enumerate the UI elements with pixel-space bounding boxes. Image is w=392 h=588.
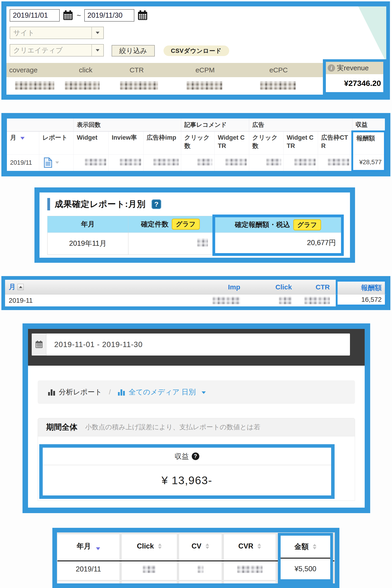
col-cvr-label: CVR xyxy=(238,542,253,550)
col-confirmed-amount-label: 確定報酬額・税込 xyxy=(235,220,290,230)
col-widget-ctr-label: Widget CTR xyxy=(218,134,245,149)
sort-asc-icon[interactable] xyxy=(18,284,24,290)
site-select[interactable]: サイト xyxy=(10,27,104,39)
sort-icons[interactable] xyxy=(158,544,162,549)
sort-icons[interactable] xyxy=(206,544,209,549)
calendar-icon[interactable] xyxy=(62,10,74,21)
cell-yearmonth: 2019年11月 xyxy=(48,232,128,254)
cell-widget xyxy=(74,154,108,171)
col-amount-header[interactable]: 金額 xyxy=(280,536,330,558)
col-click-label: Click xyxy=(137,542,154,550)
cell-yearmonth: 2019/11 xyxy=(58,558,120,580)
widget-report-table-wrap: 表示回数 記事レコメンド 広告 収益 月 レポート Widget Inview率… xyxy=(7,118,385,171)
title-accent-bar xyxy=(47,198,50,210)
help-icon[interactable] xyxy=(192,452,199,460)
date-range-value: 2019-11-01 - 2019-11-30 xyxy=(46,334,142,356)
col-widget-label: Widget xyxy=(77,134,98,141)
redacted-value xyxy=(120,158,141,166)
col-imp[interactable]: Imp xyxy=(193,280,246,294)
redacted-value xyxy=(279,297,292,304)
help-icon[interactable] xyxy=(152,199,161,209)
col-ctr[interactable]: CTR xyxy=(298,280,336,294)
cv-report-table: 年月 2019/11 Click CV xyxy=(57,532,335,584)
next-row-peek xyxy=(58,581,120,584)
toolbar-dark: 2019-11-01 - 2019-11-30 xyxy=(28,329,365,366)
date-range-row: 2019/11/01 ~ 2019/11/30 xyxy=(10,9,148,22)
col-clicks-recommend: クリック数 xyxy=(181,132,214,154)
cell-ctr xyxy=(298,294,336,306)
col-month-sortable[interactable]: 月 xyxy=(5,280,193,294)
analysis-report-body: 2019-11-01 - 2019-11-30 分析レポート / 全てのメディア… xyxy=(28,329,365,508)
revenue-card: 実revenue ¥27346.20 xyxy=(326,62,383,92)
breadcrumb-separator: / xyxy=(109,388,111,396)
dropdown-arrow-icon[interactable] xyxy=(92,27,103,38)
report-document-icon[interactable] xyxy=(44,157,52,168)
period-total-header: 期間全体 小数点の積み上げ誤差により、支払レポートの数値とは若 xyxy=(38,418,355,436)
breadcrumb-all-media-daily[interactable]: 全てのメディア 日別 xyxy=(128,387,196,397)
creative-select[interactable]: クリエイティブ xyxy=(10,44,104,56)
revenue-highlight-box: 実revenue ¥27346.20 xyxy=(323,59,386,95)
col-cvr-header[interactable]: CVR xyxy=(224,534,276,558)
calendar-icon[interactable] xyxy=(137,10,148,21)
breadcrumb-analysis-report[interactable]: 分析レポート xyxy=(59,387,102,397)
redacted-value xyxy=(260,81,296,90)
metrics-header-row: coverage click CTR eCPM eCPC xyxy=(6,63,323,77)
redacted-value xyxy=(143,566,156,573)
col-cv-label: CV xyxy=(192,542,202,550)
graph-button[interactable]: グラフ xyxy=(293,219,321,230)
sort-icons[interactable] xyxy=(313,544,316,550)
sort-icons[interactable] xyxy=(258,544,261,549)
creative-select-placeholder: クリエイティブ xyxy=(10,44,92,56)
col-yearmonth-header[interactable]: 年月 xyxy=(58,534,120,558)
col-month-sortable[interactable]: 月 xyxy=(7,132,39,154)
date-range-separator: ~ xyxy=(77,11,81,20)
breadcrumb: 分析レポート / 全てのメディア 日別 xyxy=(38,380,355,404)
col-month-label: 月 xyxy=(10,134,16,141)
cell-cvr xyxy=(224,558,276,580)
col-cv-header[interactable]: CV xyxy=(179,534,222,558)
redacted-value xyxy=(187,81,222,90)
col-inview-rate: Inview率 xyxy=(108,132,143,154)
revenue-metric-highlight-box: 収益 ¥ 13,963- xyxy=(39,444,334,499)
date-range-picker[interactable]: 2019-11-01 - 2019-11-30 xyxy=(32,334,350,356)
info-icon[interactable] xyxy=(328,64,335,72)
column-amount-highlighted: 金額 ¥5,500 xyxy=(278,533,333,584)
date-to-input[interactable]: 2019/11/30 xyxy=(84,9,134,22)
cell-inview-rate xyxy=(108,154,143,171)
col-ecpc: eCPC xyxy=(269,63,288,77)
confirmed-report-body: 成果確定レポート:月別 年月 確定件数 グラフ 確定報酬額・税込 xyxy=(40,192,350,258)
chevron-down-icon[interactable] xyxy=(202,392,206,394)
cell-month: 2019-11 xyxy=(5,294,193,306)
col-adframe-imp-label: 広告枠imp xyxy=(147,134,176,141)
redacted-value xyxy=(226,158,247,166)
redacted-value xyxy=(65,81,100,90)
chevron-down-icon[interactable] xyxy=(55,162,59,164)
cell-reward: 16,572 xyxy=(336,294,387,306)
redacted-value xyxy=(237,566,262,573)
bar-chart-icon xyxy=(118,388,126,396)
cell-reward: ¥28,577 xyxy=(352,154,385,171)
bar-chart-icon xyxy=(48,388,56,396)
sort-desc-icon xyxy=(96,547,100,550)
col-click-header[interactable]: Click xyxy=(122,534,177,558)
dropdown-arrow-icon[interactable] xyxy=(92,44,103,56)
period-total-section: 期間全体 小数点の積み上げ誤差により、支払レポートの数値とは若 収益 ¥ 13,… xyxy=(38,418,355,501)
col-yearmonth-label: 年月 xyxy=(77,541,91,551)
revenue-value: ¥27346.20 xyxy=(326,74,383,92)
csv-download-button[interactable]: CSVダウンロード xyxy=(164,46,229,56)
next-row-peek xyxy=(122,581,177,584)
col-widget-ctr-ads: Widget CTR xyxy=(284,132,318,154)
cell-cv xyxy=(179,558,222,580)
section-title: 期間全体 xyxy=(46,422,78,432)
col-reward-highlighted[interactable]: 報酬額 xyxy=(336,280,387,294)
filter-button[interactable]: 絞り込み xyxy=(112,45,155,56)
graph-button[interactable]: グラフ xyxy=(172,219,200,230)
panel-ad-network-report: 2019/11/01 ~ 2019/11/30 xyxy=(2,2,390,100)
redacted-value xyxy=(198,158,212,166)
metrics-value-row xyxy=(6,77,323,95)
calendar-icon[interactable] xyxy=(32,334,46,356)
date-from-input[interactable]: 2019/11/01 xyxy=(10,9,60,22)
col-click[interactable]: Click xyxy=(246,280,298,294)
group-impressions: 表示回数 xyxy=(74,118,181,132)
panel-ad-network-body: 2019/11/01 ~ 2019/11/30 xyxy=(6,6,386,95)
